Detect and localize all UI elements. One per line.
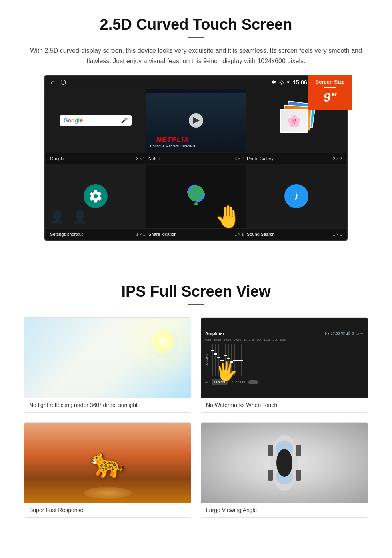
feature-card-cheetah: 🐆 Super Fast Response (24, 422, 191, 518)
google-label: Google (50, 156, 64, 161)
section2-title: IPS Full Screen View (24, 283, 368, 300)
cheetah-image: 🐆 (24, 423, 191, 503)
home-icon[interactable]: ⌂ (51, 79, 55, 86)
amp-freq-labels: 60hz 100hz 200hz 500hz 1k 2.5k 10k 12.5k… (205, 338, 286, 341)
app-grid-top: Google 🎤 (45, 88, 347, 153)
amp-hand-icon: 🖐 (215, 361, 238, 382)
svg-rect-10 (296, 445, 301, 456)
google-label-group: Google 3 × 1 (48, 155, 147, 162)
screen-size-badge: Screen Size 9" (308, 75, 352, 110)
status-bar: ⌂ ⬡ ✱ ◎ ▾ 15:06 📷 ◁) ⊠ ▭ (45, 76, 347, 88)
sunlight-caption: No light reflecting under 360° direct su… (24, 398, 191, 412)
badge-divider (324, 87, 336, 88)
section1-title: 2.5D Curved Touch Screen (24, 16, 368, 33)
maps-icon: G (186, 183, 206, 207)
netflix-logo: NETFLIX (150, 136, 195, 144)
page-divider (0, 263, 392, 263)
app-cell-share[interactable]: G 🤚 (146, 164, 246, 228)
hand-pointer-icon: 🤚 (214, 204, 242, 228)
gallery-label: Photo Gallery (247, 156, 274, 161)
amplifier-image: Amplifier 9 ▾ 17:33 📷 🔊 ⊠ ▭ ↩ 60hz 100hz… (201, 318, 368, 398)
amplifier-caption: No Watermarks When Touch (201, 398, 368, 412)
status-left: ⌂ ⬡ (51, 78, 66, 86)
google-search-bar[interactable]: Google 🎤 (60, 115, 132, 126)
netflix-size: 3 × 2 (234, 157, 244, 161)
feature-card-amplifier: Amplifier 9 ▾ 17:33 📷 🔊 ⊠ ▭ ↩ 60hz 100hz… (201, 317, 368, 413)
svg-text:G: G (193, 189, 199, 197)
title-underline-2 (188, 304, 204, 305)
angle-arrows: ↗ (353, 427, 360, 436)
share-content: G 🤚 (146, 165, 246, 228)
sound-icon-circle: ♪ (284, 184, 308, 208)
maps-icon-container: G (186, 183, 206, 209)
badge-title: Screen Size (312, 79, 348, 85)
eq-bar-10[interactable] (241, 344, 242, 376)
device-frame: ⌂ ⬡ ✱ ◎ ▾ 15:06 📷 ◁) ⊠ ▭ (44, 75, 348, 241)
gallery-label-group: Photo Gallery 2 × 2 (245, 155, 344, 162)
gallery-size: 2 × 2 (333, 157, 342, 161)
gallery-card-3: 🌸 (280, 109, 308, 133)
device-wrapper: Screen Size 9" ⌂ ⬡ ✱ ◎ ▾ 15:06 📷 ◁) ⊠ (44, 75, 348, 241)
cheetah-caption: Super Fast Response (24, 503, 191, 517)
bluetooth-icon: ✱ (272, 79, 276, 85)
amp-title: Amplifier (205, 331, 224, 336)
svg-rect-9 (268, 470, 273, 481)
settings-icon-circle (84, 184, 108, 208)
app-cell-settings[interactable]: 👤 👤 (45, 164, 146, 228)
settings-label: Settings shortcut (50, 232, 83, 237)
feature-card-car: ↗ ↖ Large Viewing Angle (201, 422, 368, 518)
amp-loudness-toggle[interactable] (248, 380, 258, 384)
amp-back-icon[interactable]: «‹ (205, 380, 208, 384)
badge-size: 9" (312, 90, 348, 105)
share-label: Share location (148, 232, 176, 237)
netflix-label: Netflix (148, 156, 161, 161)
features-grid: No light reflecting under 360° direct su… (24, 317, 368, 518)
netflix-info: NETFLIX Continue Marvel's Daredevil (150, 136, 195, 148)
share-label-group: Share location 1 × 1 (147, 231, 245, 237)
sound-size: 1 × 1 (333, 232, 342, 237)
amp-header: Amplifier 9 ▾ 17:33 📷 🔊 ⊠ ▭ ↩ (205, 331, 364, 336)
eq-bar-1[interactable] (212, 344, 213, 376)
svg-rect-11 (296, 470, 301, 481)
section-ips: IPS Full Screen View No light reflecting… (0, 271, 392, 534)
cheetah-icon: 🐆 (90, 446, 125, 479)
status-time: 15:06 (293, 79, 307, 86)
google-mic-icon[interactable]: 🎤 (121, 117, 128, 124)
play-button[interactable] (189, 113, 203, 128)
car-top-view-svg (264, 431, 304, 495)
title-underline (188, 37, 204, 38)
netflix-subtitle: Continue Marvel's Daredevil (150, 144, 195, 148)
settings-label-group: Settings shortcut 1 × 1 (48, 231, 147, 237)
play-icon (193, 117, 200, 124)
app-cell-netflix[interactable]: NETFLIX Continue Marvel's Daredevil (146, 88, 246, 153)
section-curved: 2.5D Curved Touch Screen With 2.5D curve… (0, 0, 392, 255)
location-icon: ◎ (279, 79, 284, 85)
google-logo: Google (64, 117, 83, 124)
car-image: ↗ ↖ (201, 423, 368, 503)
car-caption: Large Viewing Angle (201, 503, 368, 517)
svg-point-7 (276, 449, 292, 477)
angle-arrows-left: ↖ (209, 427, 216, 436)
app-labels-row-bottom: Settings shortcut 1 × 1 Share location 1… (45, 228, 347, 240)
music-note-icon: ♪ (294, 190, 299, 203)
sound-label: Sound Search (247, 232, 275, 237)
sound-label-group: Sound Search 1 × 1 (245, 231, 344, 237)
svg-rect-8 (268, 445, 273, 456)
eq-bar-9[interactable] (238, 344, 238, 376)
app-cell-sound[interactable]: ♪ (246, 164, 347, 228)
feature-card-sunlight: No light reflecting under 360° direct su… (24, 317, 191, 413)
amp-status: 9 ▾ 17:33 📷 🔊 ⊠ ▭ ↩ (325, 331, 364, 335)
dust-cloud (84, 487, 132, 499)
amp-sliders: Balance (205, 342, 242, 378)
section1-desc: With 2.5D curved-display screen, this de… (24, 46, 368, 66)
gear-icon (88, 189, 103, 203)
settings-size: 1 × 1 (136, 232, 145, 237)
netflix-content: NETFLIX Continue Marvel's Daredevil (146, 89, 246, 152)
wifi-icon: ▾ (287, 79, 290, 85)
netflix-label-group: Netflix 3 × 2 (147, 155, 245, 162)
google-size: 3 × 1 (136, 157, 145, 161)
share-size: 1 × 1 (234, 232, 244, 237)
app-labels-row-top: Google 3 × 1 Netflix 3 × 2 Photo Gallery… (45, 153, 347, 164)
app-cell-google[interactable]: Google 🎤 (45, 88, 146, 153)
sunlight-image (24, 318, 191, 398)
